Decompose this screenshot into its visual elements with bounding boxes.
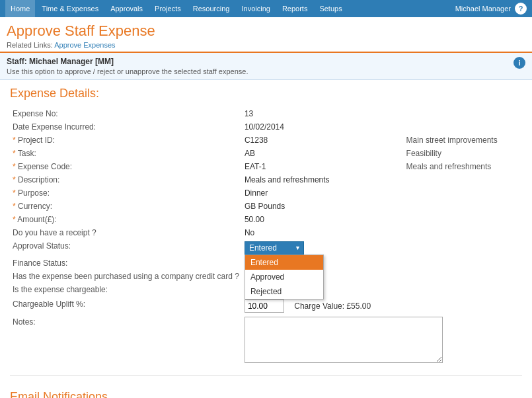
related-links-label: Related Links: (7, 41, 53, 49)
expense-no-label: Expense No: (10, 107, 242, 120)
expense-no-value: 13 (242, 107, 404, 120)
notes-label: Notes: (10, 315, 242, 367)
staff-note: Use this option to approve / reject or u… (7, 67, 248, 75)
receipt-label: Do you have a receipt ? (10, 226, 242, 239)
table-row: Task: AB Feasibility (10, 147, 522, 160)
nav-home[interactable]: Home (5, 0, 35, 17)
receipt-value: No (242, 226, 404, 239)
top-nav: Home Time & Expenses Approvals Projects … (0, 0, 532, 17)
table-row: Expense No: 13 (10, 107, 522, 120)
help-button[interactable]: ? (515, 3, 527, 15)
notes-textarea[interactable] (245, 317, 443, 363)
email-notifications-title: Email Notifications (10, 390, 522, 398)
date-value: 10/02/2014 (242, 120, 404, 134)
nav-setups[interactable]: Setups (314, 0, 347, 17)
amount-value: 50.00 (242, 213, 404, 226)
dropdown-option-approved[interactable]: Approved (245, 270, 323, 284)
table-row: Notes: (10, 315, 522, 367)
uplift-input[interactable] (245, 299, 284, 313)
nav-approvals[interactable]: Approvals (105, 0, 148, 17)
uplift-label: Chargeable Uplift %: (10, 298, 242, 315)
charge-value-label: Charge Value: £55.00 (294, 301, 371, 311)
expense-code-label: Expense Code: (10, 160, 242, 173)
page-title: Approve Staff Expense (7, 22, 525, 40)
task-label: Task: (10, 147, 242, 160)
staff-label: Staff: Michael Manager [MM] (7, 57, 248, 66)
dropdown-option-entered[interactable]: Entered (245, 255, 323, 270)
uplift-value-cell: Charge Value: £55.00 (242, 298, 404, 315)
staff-name: Michael Manager [MM] (29, 57, 114, 66)
currency-label: Currency: (10, 200, 242, 213)
staff-bar: Staff: Michael Manager [MM] Use this opt… (0, 53, 532, 80)
description-label: Description: (10, 173, 242, 186)
page-header: Approve Staff Expense Related Links: App… (0, 17, 532, 53)
description-value: Meals and refreshments (242, 173, 404, 186)
table-row: Amount(£): 50.00 (10, 213, 522, 226)
approve-expenses-link[interactable]: Approve Expenses (54, 41, 115, 49)
table-row: Date Expense Incurred: 10/02/2014 (10, 120, 522, 134)
table-row: Description: Meals and refreshments (10, 173, 522, 186)
approval-status-label: Approval Status: (10, 239, 242, 257)
nav-projects[interactable]: Projects (149, 0, 186, 17)
finance-status-label: Finance Status: (10, 257, 242, 270)
dropdown-arrow-icon: ▼ (295, 245, 301, 251)
project-id-label: Project ID: (10, 134, 242, 147)
expense-details-title: Expense Details: (10, 87, 522, 100)
nav-reports[interactable]: Reports (277, 0, 313, 17)
dropdown-option-rejected[interactable]: Rejected (245, 284, 323, 299)
nav-invoicing[interactable]: Invoicing (236, 0, 275, 17)
nav-time-expenses[interactable]: Time & Expenses (36, 0, 104, 17)
table-row: Project ID: C1238 Main street improvemen… (10, 134, 522, 147)
info-icon[interactable]: i (513, 57, 525, 69)
main-content: Expense Details: Expense No: 13 Date Exp… (0, 80, 532, 390)
table-row: Currency: GB Pounds (10, 200, 522, 213)
approval-status-display: Entered (249, 243, 277, 253)
date-label: Date Expense Incurred: (10, 120, 242, 134)
section-divider (10, 375, 522, 376)
table-row: Do you have a receipt ? No (10, 226, 522, 239)
expense-code-value: EAT-1 (242, 160, 404, 173)
current-user: Michael Manager (455, 5, 511, 13)
table-row: Chargeable Uplift %: Charge Value: £55.0… (10, 298, 522, 315)
project-id-extra: Main street improvements (404, 134, 522, 147)
task-value: AB (242, 147, 404, 160)
approval-dropdown-wrapper: Entered ▼ Entered Approved Rejected (245, 241, 304, 255)
expense-code-extra: Meals and refreshments (404, 160, 522, 173)
amount-label: Amount(£): (10, 213, 242, 226)
expense-fields-table: Expense No: 13 Date Expense Incurred: 10… (10, 107, 522, 367)
table-row: Approval Status: Entered ▼ Entered Appro… (10, 239, 522, 257)
email-notifications-section: Email Notifications Michael Manager (0, 390, 532, 398)
approval-status-cell: Entered ▼ Entered Approved Rejected (242, 239, 404, 257)
nav-items: Home Time & Expenses Approvals Projects … (5, 0, 348, 17)
credit-card-label: Has the expense been purchased using a c… (10, 270, 242, 283)
project-id-value: C1238 (242, 134, 404, 147)
notes-cell (242, 315, 522, 367)
nav-resourcing[interactable]: Resourcing (188, 0, 235, 17)
table-row: Expense Code: EAT-1 Meals and refreshmen… (10, 160, 522, 173)
nav-right: Michael Manager ? (455, 3, 527, 15)
task-extra: Feasibility (404, 147, 522, 160)
table-row: Purpose: Dinner (10, 186, 522, 200)
related-links-bar: Related Links: Approve Expenses (7, 41, 525, 49)
currency-value: GB Pounds (242, 200, 404, 213)
approval-dropdown-trigger[interactable]: Entered ▼ (245, 241, 304, 255)
purpose-label: Purpose: (10, 186, 242, 200)
chargeable-label: Is the expense chargeable: (10, 283, 242, 298)
purpose-value: Dinner (242, 186, 404, 200)
approval-dropdown-menu: Entered Approved Rejected (245, 255, 324, 299)
